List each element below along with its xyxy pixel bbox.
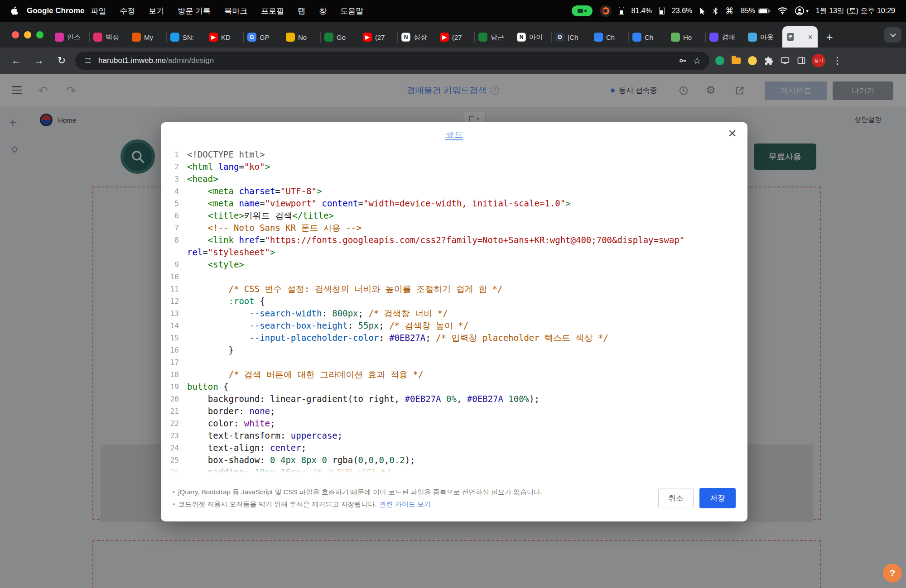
- tab-list: 인스박정MySN:▶KDGGPNoGo▶(27N성장▶(27당근N아이D[ChC…: [51, 27, 782, 48]
- menubar-menu[interactable]: 보기: [149, 6, 164, 16]
- tab-favicon: [671, 33, 680, 42]
- tab-label: 박정: [106, 33, 119, 42]
- browser-tab[interactable]: ▶KD: [205, 27, 243, 48]
- browser-tab[interactable]: 경매: [705, 27, 744, 48]
- code-line: 11 /* CSS 변수 설정: 검색창의 너비와 높이를 조절하기 쉽게 함 …: [161, 283, 747, 295]
- extensions-puzzle-icon[interactable]: [763, 55, 775, 67]
- browser-tab[interactable]: 박정: [89, 27, 128, 48]
- side-panel-icon[interactable]: [795, 55, 807, 67]
- code-line: 18 /* 검색 버튼에 대한 그라데이션 효과 적용 */: [161, 368, 747, 381]
- save-button[interactable]: 저장: [699, 488, 736, 508]
- browser-tab[interactable]: Ch: [628, 27, 667, 48]
- browser-tab[interactable]: Ho: [667, 27, 705, 48]
- line-number: 16: [161, 344, 187, 356]
- code-line: 6 <title>키워드 검색</title>: [161, 210, 747, 222]
- extension-icon-folder[interactable]: [730, 55, 742, 67]
- screen-record-indicator[interactable]: [572, 5, 593, 16]
- close-window-button[interactable]: [12, 31, 19, 38]
- tab-favicon: N: [517, 33, 526, 42]
- modal-footer: •jQuery, Bootstrap 등 JavaScript 및 CSS 파일…: [161, 474, 747, 521]
- menubar-menu[interactable]: 파일: [91, 6, 106, 16]
- reload-button[interactable]: ↻: [53, 52, 71, 70]
- browser-tab[interactable]: My: [128, 27, 166, 48]
- menubar-app-name[interactable]: Google Chrome: [27, 6, 85, 15]
- guide-link[interactable]: 관련 가이드 보기: [380, 500, 431, 508]
- device-battery-icon-1[interactable]: [619, 7, 624, 15]
- apple-menu-icon[interactable]: [11, 6, 19, 15]
- code-line: 19button {: [161, 381, 747, 393]
- browser-tab[interactable]: N성장: [397, 27, 436, 48]
- tab-search-button[interactable]: [884, 27, 901, 43]
- device-battery-percent-1: 81.4%: [631, 7, 652, 15]
- fast-user-switch-icon[interactable]: ▾: [795, 6, 809, 16]
- browser-tab[interactable]: Go: [320, 27, 359, 48]
- browser-tab[interactable]: D[Ch: [551, 27, 590, 48]
- line-number: 24: [161, 442, 187, 454]
- battery-status[interactable]: 85%: [741, 7, 771, 15]
- tab-label: Go: [337, 33, 346, 41]
- menubar-menu[interactable]: 북마크: [224, 6, 247, 16]
- line-number: 18: [161, 368, 187, 381]
- site-info-icon[interactable]: [83, 56, 92, 65]
- pointer-icon[interactable]: [699, 7, 705, 14]
- battery-icon: [758, 8, 771, 14]
- code-line: 21 border: none;: [161, 405, 747, 417]
- tab-label: (27: [375, 33, 385, 41]
- media-cast-icon[interactable]: [779, 55, 791, 67]
- line-number: 12: [161, 295, 187, 307]
- new-tab-button[interactable]: +: [821, 29, 838, 45]
- active-tab[interactable]: ×: [782, 26, 818, 48]
- browser-tab[interactable]: Ch: [590, 27, 628, 48]
- zoom-window-button[interactable]: [36, 31, 43, 38]
- browser-tab[interactable]: No: [282, 27, 320, 48]
- forward-button[interactable]: →: [30, 52, 48, 70]
- bluetooth-icon[interactable]: [713, 7, 718, 15]
- help-button[interactable]: ?: [883, 564, 902, 583]
- browser-tab[interactable]: 인스: [51, 27, 89, 48]
- browser-menu-icon[interactable]: ⋮: [830, 55, 845, 66]
- menubar-menu[interactable]: 프로필: [261, 6, 284, 16]
- menubar-menu[interactable]: 방문 기록: [178, 6, 211, 16]
- browser-tab[interactable]: SN:: [166, 27, 205, 48]
- line-number: 14: [161, 320, 187, 332]
- password-key-icon[interactable]: [678, 56, 687, 65]
- tab-label: My: [144, 33, 153, 41]
- menubar-datetime[interactable]: 1월 13일 (토) 오후 10:29: [816, 6, 895, 16]
- tab-favicon: [478, 33, 487, 42]
- browser-tab[interactable]: 아웃: [744, 27, 782, 48]
- menubar-menus: 파일수정보기방문 기록북마크프로필탭창도움말: [91, 6, 364, 16]
- tab-label: SN:: [183, 33, 194, 41]
- menubar-app-icon[interactable]: [600, 5, 612, 17]
- browser-tab[interactable]: ▶(27: [359, 27, 397, 48]
- browser-tab[interactable]: GGP: [243, 27, 282, 48]
- cancel-button[interactable]: 취소: [658, 488, 694, 508]
- code-editor[interactable]: 1<!DOCTYPE html>2<html lang="ko">3<head>…: [161, 147, 747, 474]
- browser-tab[interactable]: ▶(27: [436, 27, 474, 48]
- tab-label: GP: [260, 33, 270, 41]
- minimize-window-button[interactable]: [24, 31, 31, 38]
- wifi-icon[interactable]: [778, 7, 787, 14]
- menubar-menu[interactable]: 탭: [298, 6, 305, 16]
- close-icon[interactable]: ×: [728, 126, 737, 140]
- modal-title: 코드: [445, 129, 463, 141]
- tab-label: Ch: [606, 33, 615, 41]
- tab-favicon: D: [555, 33, 564, 42]
- tab-label: (27: [452, 33, 462, 41]
- back-button[interactable]: ←: [7, 52, 25, 70]
- extension-icon-green[interactable]: [714, 55, 726, 67]
- bookmark-star-icon[interactable]: ☆: [693, 55, 701, 66]
- menubar-menu[interactable]: 도움말: [340, 6, 363, 16]
- device-battery-icon-2[interactable]: [659, 7, 665, 15]
- close-tab-icon[interactable]: ×: [808, 33, 813, 41]
- code-line: 23 text-transform: uppercase;: [161, 430, 747, 442]
- profile-avatar[interactable]: 정기: [812, 54, 825, 67]
- tab-favicon: [170, 33, 179, 42]
- browser-tab[interactable]: N아이: [513, 27, 551, 48]
- command-icon[interactable]: ⌘: [725, 6, 733, 16]
- menubar-menu[interactable]: 창: [319, 6, 327, 16]
- tab-favicon: [709, 33, 718, 42]
- extension-icon-yellow[interactable]: [747, 55, 758, 67]
- browser-tab[interactable]: 당근: [474, 27, 513, 48]
- menubar-menu[interactable]: 수정: [120, 6, 135, 16]
- address-bar[interactable]: harubot1.imweb.me/admin/design ☆: [75, 52, 709, 70]
